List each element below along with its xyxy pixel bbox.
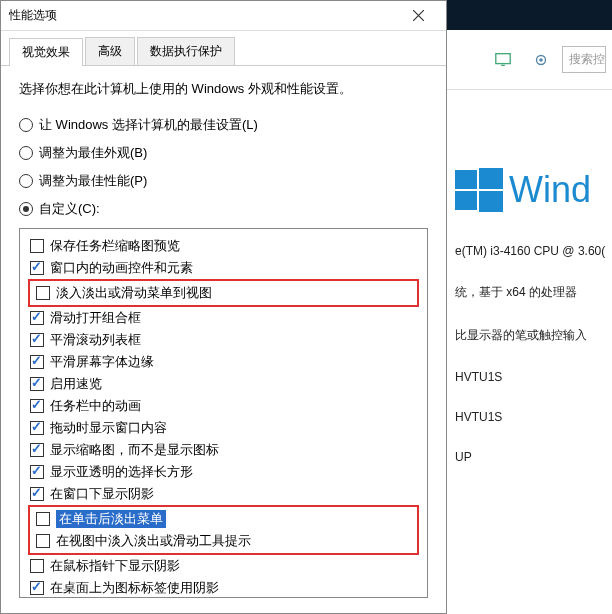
check-label: 在视图中淡入淡出或滑动工具提示 xyxy=(56,532,251,550)
radio-icon xyxy=(19,118,33,132)
check-row[interactable]: 在单击后淡出菜单 xyxy=(34,508,413,530)
radio-icon xyxy=(19,174,33,188)
highlight-box-2: 在单击后淡出菜单 在视图中淡入淡出或滑动工具提示 xyxy=(28,505,419,555)
check-row[interactable]: 在桌面上为图标标签使用阴影 xyxy=(24,577,423,598)
windows-brand-text: Wind xyxy=(509,169,591,211)
radio-label: 让 Windows 选择计算机的最佳设置(L) xyxy=(39,116,258,134)
checkbox-icon xyxy=(30,399,44,413)
computer-name-1: HVTU1S xyxy=(455,370,612,384)
checkbox-icon xyxy=(36,286,50,300)
check-label: 任务栏中的动画 xyxy=(50,397,141,415)
radio-label: 调整为最佳外观(B) xyxy=(39,144,147,162)
check-row[interactable]: 淡入淡出或滑动菜单到视图 xyxy=(34,282,413,304)
ribbon-toolbar: 搜索控 xyxy=(447,30,612,90)
monitor-icon xyxy=(494,51,512,69)
check-label: 保存任务栏缩略图预览 xyxy=(50,237,180,255)
check-label: 在桌面上为图标标签使用阴影 xyxy=(50,579,219,597)
check-label: 显示缩略图，而不是显示图标 xyxy=(50,441,219,459)
check-label: 拖动时显示窗口内容 xyxy=(50,419,167,437)
check-row[interactable]: 在窗口下显示阴影 xyxy=(24,483,423,505)
checkbox-icon xyxy=(30,581,44,595)
check-label: 平滑滚动列表框 xyxy=(50,331,141,349)
check-row[interactable]: 在鼠标指针下显示阴影 xyxy=(24,555,423,577)
tab-visual-effects[interactable]: 视觉效果 xyxy=(9,38,83,66)
background-system-window: 搜索控 Wind e(TM) i3-4160 CPU @ 3.60( 统，基于 … xyxy=(447,0,612,614)
check-label: 显示亚透明的选择长方形 xyxy=(50,463,193,481)
svg-rect-3 xyxy=(455,170,477,189)
checkbox-icon xyxy=(36,512,50,526)
search-input[interactable]: 搜索控 xyxy=(562,46,606,73)
check-label: 滑动打开组合框 xyxy=(50,309,141,327)
tab-dep[interactable]: 数据执行保护 xyxy=(137,37,235,65)
check-row[interactable]: 显示亚透明的选择长方形 xyxy=(24,461,423,483)
check-row[interactable]: 拖动时显示窗口内容 xyxy=(24,417,423,439)
radio-label: 调整为最佳性能(P) xyxy=(39,172,147,190)
system-info-panel: Wind e(TM) i3-4160 CPU @ 3.60( 统，基于 x64 … xyxy=(447,90,612,464)
radio-best-appearance[interactable]: 调整为最佳外观(B) xyxy=(19,144,428,162)
cpu-info: e(TM) i3-4160 CPU @ 3.60( xyxy=(455,244,612,258)
tab-content: 选择你想在此计算机上使用的 Windows 外观和性能设置。 让 Windows… xyxy=(1,66,446,612)
close-button[interactable] xyxy=(398,2,438,30)
checkbox-icon xyxy=(30,261,44,275)
svg-rect-6 xyxy=(479,191,503,212)
radio-best-auto[interactable]: 让 Windows 选择计算机的最佳设置(L) xyxy=(19,116,428,134)
gear-icon xyxy=(532,51,550,69)
dialog-title: 性能选项 xyxy=(9,7,398,24)
checkbox-icon xyxy=(30,421,44,435)
checkbox-icon xyxy=(30,487,44,501)
radio-icon xyxy=(19,146,33,160)
highlight-box-1: 淡入淡出或滑动菜单到视图 xyxy=(28,279,419,307)
svg-rect-0 xyxy=(496,53,510,63)
checkbox-icon xyxy=(30,465,44,479)
background-titlebar xyxy=(447,0,612,30)
radio-label: 自定义(C): xyxy=(39,200,100,218)
check-label: 在窗口下显示阴影 xyxy=(50,485,154,503)
check-row[interactable]: 保存任务栏缩略图预览 xyxy=(24,235,423,257)
check-row[interactable]: 启用速览 xyxy=(24,373,423,395)
check-label: 平滑屏幕字体边缘 xyxy=(50,353,154,371)
checkbox-icon xyxy=(30,443,44,457)
svg-rect-4 xyxy=(479,168,503,189)
tab-advanced[interactable]: 高级 xyxy=(85,37,135,65)
computer-name-2: HVTU1S xyxy=(455,410,612,424)
tabs: 视觉效果 高级 数据执行保护 xyxy=(1,31,446,66)
check-row[interactable]: 窗口内的动画控件和元素 xyxy=(24,257,423,279)
checkbox-icon xyxy=(30,377,44,391)
windows-logo-row: Wind xyxy=(455,166,612,214)
arch-info: 统，基于 x64 的处理器 xyxy=(455,284,612,301)
radio-custom[interactable]: 自定义(C): xyxy=(19,200,428,218)
check-label: 淡入淡出或滑动菜单到视图 xyxy=(56,284,212,302)
touch-info: 比显示器的笔或触控输入 xyxy=(455,327,612,344)
check-row[interactable]: 显示缩略图，而不是显示图标 xyxy=(24,439,423,461)
radio-best-performance[interactable]: 调整为最佳性能(P) xyxy=(19,172,428,190)
check-label: 启用速览 xyxy=(50,375,102,393)
check-row[interactable]: 任务栏中的动画 xyxy=(24,395,423,417)
instruction-text: 选择你想在此计算机上使用的 Windows 外观和性能设置。 xyxy=(19,80,428,98)
ribbon-button[interactable] xyxy=(486,43,520,77)
svg-point-2 xyxy=(539,58,543,62)
check-label: 窗口内的动画控件和元素 xyxy=(50,259,193,277)
checkbox-icon xyxy=(30,311,44,325)
effects-checklist[interactable]: 保存任务栏缩略图预览 窗口内的动画控件和元素 淡入淡出或滑动菜单到视图 滑动打开… xyxy=(19,228,428,598)
checkbox-icon xyxy=(30,239,44,253)
ribbon-button[interactable] xyxy=(524,43,558,77)
check-row[interactable]: 平滑屏幕字体边缘 xyxy=(24,351,423,373)
checkbox-icon xyxy=(30,559,44,573)
workgroup-info: UP xyxy=(455,450,612,464)
checkbox-icon xyxy=(30,333,44,347)
windows-logo-icon xyxy=(455,166,503,214)
close-icon xyxy=(413,10,424,21)
radio-icon xyxy=(19,202,33,216)
checkbox-icon xyxy=(36,534,50,548)
check-label: 在鼠标指针下显示阴影 xyxy=(50,557,180,575)
titlebar: 性能选项 xyxy=(1,1,446,31)
check-row[interactable]: 在视图中淡入淡出或滑动工具提示 xyxy=(34,530,413,552)
performance-options-dialog: 性能选项 视觉效果 高级 数据执行保护 选择你想在此计算机上使用的 Window… xyxy=(0,0,447,614)
check-label-selected: 在单击后淡出菜单 xyxy=(56,510,166,528)
svg-rect-5 xyxy=(455,191,477,210)
check-row[interactable]: 平滑滚动列表框 xyxy=(24,329,423,351)
checkbox-icon xyxy=(30,355,44,369)
check-row[interactable]: 滑动打开组合框 xyxy=(24,307,423,329)
